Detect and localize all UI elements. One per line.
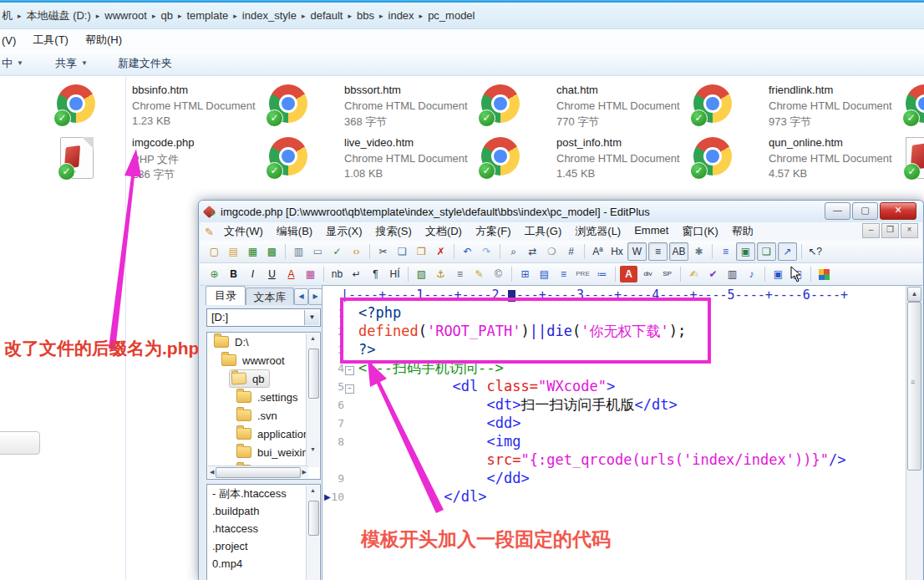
minimize-button[interactable]: —: [825, 202, 850, 220]
word-wrap-icon[interactable]: W: [627, 242, 647, 261]
redo-icon[interactable]: ↷: [478, 243, 495, 260]
editplus-menu-item[interactable]: 窗口(K): [675, 224, 724, 239]
editplus-menu-item[interactable]: 搜索(S): [369, 224, 419, 239]
image-icon[interactable]: ▨: [413, 266, 430, 282]
mdi-close-button[interactable]: ×: [901, 223, 918, 238]
breadcrumb-item[interactable]: pc_model: [426, 9, 476, 22]
delete-icon[interactable]: ✗: [432, 243, 449, 260]
file-item[interactable]: ✓friendlink.htmChrome HTML Document973 字…: [693, 82, 902, 132]
print-preview-icon[interactable]: ▥: [290, 243, 307, 260]
mdi-minimize-button[interactable]: ‒: [862, 223, 880, 238]
file-item[interactable]: ✓post_info.htmChrome HTML Document1.45 K…: [481, 135, 690, 185]
list-tag-icon[interactable]: ≔: [593, 266, 611, 282]
editor-vertical-scrollbar[interactable]: ▲: [906, 286, 922, 580]
close-button[interactable]: ✕: [880, 202, 916, 220]
tree-horizontal-scrollbar[interactable]: ◀▶: [208, 466, 308, 478]
breadcrumb-item[interactable]: index_style: [241, 9, 298, 22]
share-button[interactable]: 共享 ▼: [47, 56, 96, 71]
scrollbar-thumb[interactable]: [907, 302, 921, 471]
syntax-icon[interactable]: ‹›: [348, 243, 365, 260]
bold-icon[interactable]: B: [225, 266, 242, 282]
tree-item[interactable]: D:\: [207, 333, 320, 351]
menu-item[interactable]: 帮助(H): [77, 33, 130, 48]
file-item[interactable]: ✓: [906, 82, 924, 132]
tree-item[interactable]: bui_weixin_: [207, 443, 320, 461]
mdi-restore-button[interactable]: ❐: [881, 223, 899, 238]
panel-file-item[interactable]: .htaccess: [207, 520, 320, 537]
tile-windows-icon[interactable]: ▣: [736, 242, 755, 261]
italic-icon[interactable]: I: [244, 266, 261, 282]
tree-item[interactable]: qb: [207, 369, 320, 388]
scroll-up-button[interactable]: ▲: [907, 287, 921, 302]
find-icon[interactable]: ⌕: [505, 243, 522, 260]
breadcrumb-item[interactable]: index: [387, 9, 416, 22]
undo-icon[interactable]: ↶: [459, 243, 476, 260]
editplus-menu-item[interactable]: 方案(F): [469, 224, 518, 239]
menu-item[interactable]: 工具(T): [24, 33, 77, 48]
hex-view-icon[interactable]: Hx: [608, 243, 626, 260]
breadcrumb-item[interactable]: qb: [159, 9, 174, 22]
tab-cliptext[interactable]: 文本库: [246, 287, 294, 305]
file-name[interactable]: qun_online.htm: [769, 136, 843, 149]
fold-toggle-icon[interactable]: −: [344, 379, 355, 394]
file-item[interactable]: ✓bbsinfo.htmChrome HTML Document1.23 KB: [57, 82, 266, 132]
open-split-button[interactable]: 中 ▼: [0, 56, 32, 71]
open-file-icon[interactable]: ▤: [225, 243, 242, 260]
breadcrumb-item[interactable]: wwwroot: [103, 9, 149, 22]
new-folder-button[interactable]: 新建文件夹: [109, 56, 180, 71]
copyright-icon[interactable]: ©: [490, 266, 507, 282]
editplus-menu-item[interactable]: 工具(G): [518, 224, 569, 239]
tree-vertical-scrollbar[interactable]: ▲ ▼: [306, 333, 319, 467]
table-row-icon[interactable]: ▤: [536, 266, 553, 282]
script-icon[interactable]: ✍: [685, 266, 703, 282]
auto-indent-icon[interactable]: ≡: [648, 242, 668, 261]
nbsp-icon[interactable]: nb: [328, 266, 346, 282]
maximize-button[interactable]: ▢: [852, 202, 878, 220]
code-line[interactable]: ▶10 </dl>: [322, 487, 906, 506]
breadcrumb-item[interactable]: 机: [0, 8, 14, 23]
context-help-icon[interactable]: ↖?: [806, 243, 824, 260]
code-line[interactable]: 5− <dl class="WXcode">: [322, 377, 906, 395]
file-item[interactable]: ✚✚✓imgcode.phpPHP 文件236 字节: [57, 135, 266, 185]
tree-item[interactable]: application: [207, 425, 320, 443]
file-item[interactable]: ✓live_video.htmChrome HTML Document1.08 …: [269, 135, 478, 185]
code-line[interactable]: 6 <dt>扫一扫访问手机版</dt>: [322, 395, 906, 414]
heading-icon[interactable]: HÍ: [386, 266, 404, 282]
goto-line-icon[interactable]: #: [562, 243, 580, 260]
file-name[interactable]: post_info.htm: [556, 136, 622, 149]
editplus-menu-item[interactable]: 浏览器(L): [568, 224, 627, 239]
table-icon[interactable]: ⊞: [516, 266, 534, 282]
underline-icon[interactable]: U: [263, 266, 281, 282]
edit-tag-icon[interactable]: ✎: [470, 266, 488, 282]
editplus-menu-item[interactable]: 显示(X): [319, 224, 368, 239]
file-name[interactable]: bbsinfo.htm: [132, 84, 188, 96]
tree-item[interactable]: .svn: [207, 406, 320, 425]
breadcrumb-item[interactable]: template: [185, 9, 230, 22]
palette-icon[interactable]: ▦: [302, 266, 319, 282]
music-icon[interactable]: ♪: [743, 266, 760, 282]
div-tag-icon[interactable]: div: [639, 266, 657, 282]
editplus-titlebar[interactable]: imgcode.php [D:\wwwroot\qb\template\inde…: [199, 201, 923, 222]
paragraph-icon[interactable]: ¶: [367, 266, 384, 282]
save-icon[interactable]: ▦: [244, 243, 261, 260]
spell-check-icon[interactable]: ✓: [328, 243, 346, 260]
font-icon[interactable]: Aª: [589, 243, 607, 260]
frameset-icon[interactable]: ▣: [769, 266, 787, 282]
settings-icon[interactable]: ✱: [690, 243, 708, 260]
editplus-menu-item[interactable]: 帮助: [725, 224, 760, 239]
chevron-down-icon[interactable]: ▼: [304, 310, 319, 325]
code-line[interactable]: 9 </dd>: [322, 469, 906, 487]
filelist-scrollbar[interactable]: ▲: [306, 486, 319, 580]
css-check-icon[interactable]: ✔: [704, 266, 722, 282]
tab-directory[interactable]: 目录: [206, 286, 246, 305]
editplus-menu-item[interactable]: 文件(W): [217, 224, 270, 239]
file-name[interactable]: live_video.htm: [344, 136, 414, 149]
tree-item-selected[interactable]: qb: [229, 369, 270, 388]
file-name[interactable]: imgcode.php: [132, 136, 194, 149]
hr-icon[interactable]: ≡: [451, 266, 469, 282]
browser-preview-icon[interactable]: ⊕: [206, 266, 223, 282]
editplus-menu-item[interactable]: 编辑(B): [270, 224, 319, 239]
tree-item[interactable]: wwwroot: [207, 351, 320, 369]
file-item[interactable]: ✓bbssort.htmChrome HTML Document368 字节: [269, 82, 478, 132]
font-color-icon[interactable]: A: [282, 266, 300, 282]
